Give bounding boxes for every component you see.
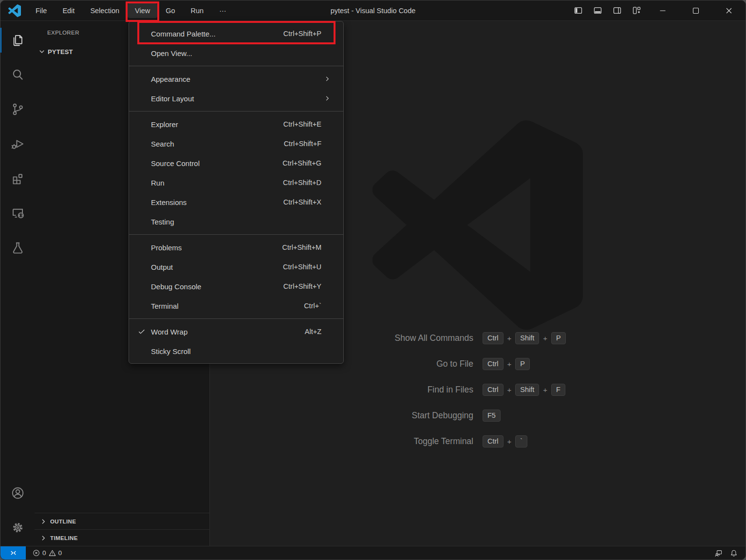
bell-icon[interactable] (730, 549, 738, 557)
shortcut-keys: F5 (483, 410, 648, 422)
menu-item-appearance[interactable]: Appearance (129, 69, 343, 89)
shortcut-keys: Ctrl+P (483, 358, 648, 370)
customize-layout-icon (633, 6, 641, 15)
remote-explorer-icon (10, 205, 25, 221)
menu-item-shortcut: Ctrl+Shift+E (283, 120, 321, 128)
warning-count: 0 (58, 549, 62, 557)
menu-bar: File Edit Selection View Go Run ··· (28, 0, 234, 20)
menu-separator (129, 234, 343, 235)
watermark-row: Find in Files Ctrl+Shift+F (215, 377, 746, 403)
menu-item-label: Appearance (151, 75, 321, 83)
menu-item-label: Open View... (151, 49, 321, 57)
menu-item-problems[interactable]: Problems Ctrl+Shift+M (129, 238, 343, 257)
menu-item-source-control[interactable]: Source Control Ctrl+Shift+G (129, 153, 343, 173)
activitybar-run-debug[interactable] (0, 127, 35, 161)
checkmark-icon (137, 327, 146, 336)
menubar-item-edit[interactable]: Edit (55, 3, 82, 18)
menubar-item-run[interactable]: Run (183, 3, 212, 18)
feedback-icon[interactable] (714, 549, 722, 557)
remote-icon (10, 549, 17, 557)
menubar-item-file[interactable]: File (28, 3, 55, 18)
activitybar-testing[interactable] (0, 230, 35, 265)
beaker-icon (10, 240, 25, 255)
menu-item-editor-layout[interactable]: Editor Layout (129, 89, 343, 108)
menu-item-shortcut: Ctrl+Shift+F (284, 140, 321, 148)
minimize-button[interactable] (646, 0, 679, 20)
close-icon (725, 7, 733, 15)
menu-item-terminal[interactable]: Terminal Ctrl+` (129, 296, 343, 316)
menu-item-explorer[interactable]: Explorer Ctrl+Shift+E (129, 114, 343, 134)
view-menu-dropdown: Command Palette... Ctrl+Shift+P Open Vie… (129, 21, 344, 364)
toggle-secondary-sidebar-button[interactable] (607, 0, 627, 20)
keycap: F (551, 384, 565, 396)
problems-status[interactable]: 0 0 (33, 549, 62, 557)
watermark-row: Toggle Terminal Ctrl+` (215, 429, 746, 454)
activitybar-extensions[interactable] (0, 161, 35, 196)
watermark-row: Start Debugging F5 (215, 403, 746, 429)
menu-item-open-view[interactable]: Open View... (129, 43, 343, 63)
keycap: Ctrl (483, 332, 504, 344)
menu-item-shortcut: Ctrl+Shift+U (283, 263, 321, 271)
error-count: 0 (42, 549, 46, 557)
keycap: P (551, 332, 566, 344)
chevron-down-icon (38, 48, 46, 56)
menu-item-label: Search (151, 140, 284, 148)
menu-item-label: Testing (151, 218, 321, 226)
shortcut-keys: Ctrl+Shift+F (483, 384, 648, 396)
menu-item-word-wrap[interactable]: Word Wrap Alt+Z (129, 322, 343, 341)
menubar-item-go[interactable]: Go (158, 3, 183, 18)
close-button[interactable] (712, 0, 746, 20)
keycap: Shift (515, 332, 539, 344)
toggle-primary-sidebar-button[interactable] (568, 0, 588, 20)
menu-item-debug-console[interactable]: Debug Console Ctrl+Shift+Y (129, 277, 343, 296)
outline-section-header[interactable]: OUTLINE (35, 513, 209, 529)
menu-item-command-palette[interactable]: Command Palette... Ctrl+Shift+P (129, 24, 343, 43)
activitybar-settings[interactable] (0, 510, 35, 545)
menu-item-testing[interactable]: Testing (129, 212, 343, 231)
activitybar-source-control[interactable] (0, 92, 35, 127)
remote-indicator[interactable] (0, 546, 26, 560)
submenu-chevron-icon (323, 94, 332, 103)
menubar-item-view[interactable]: View (127, 3, 158, 18)
activitybar-account[interactable] (0, 476, 35, 510)
menu-item-label: Source Control (151, 159, 282, 168)
shortcut-label: Find in Files (317, 385, 483, 395)
menubar-item-selection[interactable]: Selection (82, 3, 127, 18)
menubar-item-more[interactable]: ··· (211, 3, 234, 18)
timeline-label: TIMELINE (50, 535, 78, 541)
menu-item-output[interactable]: Output Ctrl+Shift+U (129, 257, 343, 277)
timeline-section-header[interactable]: TIMELINE (35, 529, 209, 546)
plus-separator: + (507, 437, 512, 446)
window-title: pytest - Visual Studio Code (331, 0, 416, 21)
source-control-icon (10, 102, 25, 117)
files-icon (10, 33, 25, 48)
activitybar-search[interactable] (0, 57, 35, 92)
menu-item-run[interactable]: Run Ctrl+Shift+D (129, 173, 343, 192)
shortcut-label: Start Debugging (317, 411, 483, 421)
menu-item-sticky-scroll[interactable]: Sticky Scroll (129, 341, 343, 361)
keycap: ` (515, 435, 527, 448)
folder-name: PYTEST (48, 48, 73, 56)
search-icon (10, 67, 25, 82)
warning-icon (49, 549, 56, 557)
panel-bottom-icon (594, 6, 602, 15)
maximize-button[interactable] (679, 0, 712, 20)
menu-item-shortcut: Ctrl+Shift+Y (283, 282, 321, 290)
menu-separator (129, 66, 343, 66)
menu-item-label: Extensions (151, 198, 283, 206)
activitybar-explorer[interactable] (0, 23, 35, 57)
activitybar-remote-explorer[interactable] (0, 196, 35, 230)
vscode-watermark-logo (373, 120, 583, 330)
menu-item-label: Command Palette... (151, 30, 283, 38)
menu-item-extensions[interactable]: Extensions Ctrl+Shift+X (129, 192, 343, 212)
menu-item-shortcut: Alt+Z (305, 328, 321, 336)
toggle-panel-button[interactable] (588, 0, 607, 20)
titlebar-controls (568, 0, 746, 20)
chevron-right-icon (39, 518, 47, 525)
menu-item-search[interactable]: Search Ctrl+Shift+F (129, 134, 343, 153)
keycap: F5 (483, 410, 501, 422)
menu-item-label: Run (151, 179, 283, 187)
customize-layout-button[interactable] (627, 0, 646, 20)
menu-item-label: Output (151, 263, 283, 271)
plus-separator: + (543, 334, 547, 342)
